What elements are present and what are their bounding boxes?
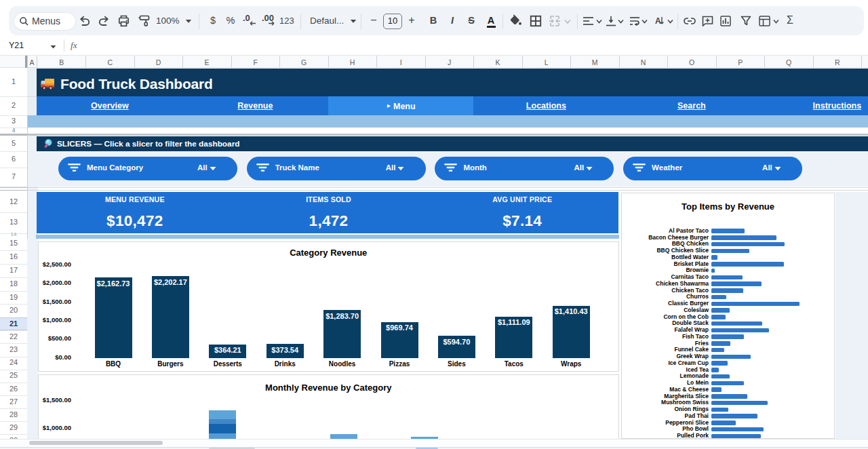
svg-text:A: A: [655, 16, 661, 26]
